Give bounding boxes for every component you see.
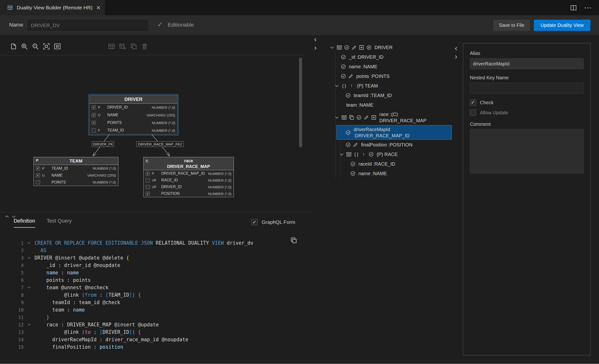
- column-name: POINTS: [107, 121, 150, 125]
- column-type: NUMBER (*,0): [152, 128, 175, 133]
- check-label: Check: [480, 100, 493, 106]
- column-checkbox[interactable]: ✓: [36, 173, 40, 177]
- tree-item-label: _id :DRIVER_ID: [349, 54, 384, 60]
- header-buttons: Save to File Update Duality View: [493, 20, 590, 31]
- zoom-out-icon[interactable]: [32, 43, 39, 50]
- code-line: 1CREATE OR REPLACE FORCE EDITIONABLE JSO…: [0, 239, 312, 247]
- tree-item[interactable]: name :NAME: [322, 169, 455, 178]
- table-row: ✓UNAMEVARCHAR2 (255): [90, 111, 177, 119]
- column-name: POINTS: [52, 180, 90, 185]
- diagram-table-driver[interactable]: DRIVER✓PDRIVER_IDNUMBER (*,0)✓UNAMEVARCH…: [89, 95, 177, 134]
- diagram-table-team[interactable]: PTEAM✓PTEAM_IDNUMBER (*,0)✓UNAMEVARCHAR2…: [34, 157, 118, 186]
- split-editor-icon[interactable]: [570, 5, 577, 11]
- tree-item-label: team :NAME: [346, 102, 373, 108]
- table-icon[interactable]: [108, 43, 115, 50]
- tree-item-label: raceId :RACE_ID: [358, 161, 395, 167]
- arrow-up-icon: ↑: [349, 83, 354, 89]
- more-actions-icon[interactable]: ⋯: [584, 5, 592, 10]
- check-checkbox[interactable]: ✓: [470, 99, 476, 106]
- check-circle-icon: [356, 115, 362, 120]
- tree-item[interactable]: { }↑(P) TEAM: [322, 81, 455, 91]
- tree-item[interactable]: points :POINTS: [322, 71, 455, 81]
- tree-item[interactable]: _id :DRIVER_ID: [322, 52, 455, 62]
- tree-item[interactable]: race :(C)DRIVER_RACE_MAP: [322, 110, 455, 125]
- column-key: P: [98, 106, 105, 109]
- code-line: 15 finalPosition : position: [0, 343, 312, 351]
- fold-chevron-icon[interactable]: [24, 256, 35, 260]
- line-number: 2: [0, 248, 24, 253]
- diagram-expand-right-icon[interactable]: ›: [314, 44, 317, 51]
- column-checkbox[interactable]: ✓: [146, 192, 150, 196]
- fold-chevron-icon[interactable]: [24, 241, 35, 245]
- graphql-form-checkbox[interactable]: ✓: [251, 219, 258, 225]
- update-duality-view-button[interactable]: Update Duality View: [534, 20, 590, 31]
- column-key: P: [42, 167, 49, 170]
- column-name: NAME: [107, 113, 144, 117]
- save-to-file-button[interactable]: Save to File: [493, 20, 530, 31]
- chevron-down-icon[interactable]: [329, 45, 335, 50]
- plus-square-icon: [359, 44, 364, 50]
- tab-title: Duality View Builder (Remote HR): [17, 5, 92, 10]
- view-name-input[interactable]: [27, 19, 149, 32]
- tab-definition[interactable]: Definition: [14, 218, 35, 228]
- column-checkbox[interactable]: ✓: [92, 113, 96, 117]
- tree-item[interactable]: driverRaceMapId:DRIVER_RACE_MAP_ID: [322, 125, 455, 140]
- tree-item[interactable]: DRIVER: [322, 43, 455, 52]
- tree-item[interactable]: name :NAME: [322, 62, 455, 71]
- allow-update-checkbox[interactable]: [470, 109, 476, 116]
- table-header: CraceDRIVER_RACE_MAP: [143, 157, 234, 170]
- column-checkbox[interactable]: [36, 180, 40, 184]
- trash-icon[interactable]: [141, 43, 148, 50]
- tab-test-query[interactable]: Test Query: [47, 218, 72, 227]
- tree-item[interactable]: teamId :TEAM_ID: [322, 91, 455, 100]
- editor-actions: ⋯: [570, 0, 599, 15]
- column-checkbox[interactable]: ✓: [92, 106, 96, 109]
- tree-item[interactable]: { }↑(P) RACE: [322, 150, 455, 159]
- code-line: 12 race : DRIVER_RACE_MAP @insert @updat…: [0, 321, 312, 328]
- column-checkbox[interactable]: [92, 128, 96, 133]
- properties-collapse-left-icon[interactable]: ‹: [455, 44, 458, 52]
- code-line: 13 @link (to : [DRIVER_ID]) {: [0, 328, 312, 336]
- diagram-canvas[interactable]: DRIVER_FK DRIVER_RACE_MAP_FK2 DRIVER✓PDR…: [0, 55, 306, 212]
- code-line: 5 name : name: [0, 269, 312, 276]
- add-table-icon[interactable]: [119, 43, 126, 50]
- diagram-table-race_map[interactable]: CraceDRIVER_RACE_MAP✓PDRIVER_RACE_MAP_ID…: [143, 157, 234, 197]
- tree-item[interactable]: team :NAME: [322, 100, 455, 110]
- code-editor[interactable]: 1CREATE OR REPLACE FORCE EDITIONABLE JSO…: [0, 235, 312, 364]
- check-circle-icon: [350, 161, 356, 167]
- diagram-collapse-left-icon[interactable]: ‹: [314, 36, 317, 43]
- chevron-down-icon[interactable]: [339, 152, 344, 157]
- code-line: 2 AS: [0, 247, 312, 254]
- chevron-down-icon[interactable]: [334, 115, 340, 120]
- pencil-icon: [348, 73, 354, 79]
- tree-item[interactable]: raceId :RACE_ID: [322, 159, 455, 169]
- properties-expand-right-icon[interactable]: ›: [455, 53, 458, 60]
- line-number: 7: [0, 285, 24, 290]
- fold-chevron-icon[interactable]: [24, 285, 35, 290]
- tree-item[interactable]: finalPosition :POSITION: [322, 140, 455, 150]
- column-checkbox[interactable]: ✓: [146, 172, 150, 176]
- column-checkbox[interactable]: [146, 178, 150, 182]
- nested-key-name-label: Nested Key Name: [470, 75, 584, 80]
- column-type: NUMBER (*,0): [208, 178, 231, 182]
- line-number: 8: [0, 292, 24, 298]
- editor-tab[interactable]: Duality View Builder (Remote HR) ×: [0, 0, 106, 15]
- diagram-scrollbar-thumb[interactable]: [299, 58, 302, 147]
- duplicate-icon[interactable]: [130, 43, 137, 50]
- alias-input[interactable]: [470, 58, 584, 69]
- fold-chevron-icon[interactable]: [24, 323, 35, 327]
- tree-item-label: name :NAME: [349, 63, 377, 70]
- chevron-down-icon[interactable]: [334, 83, 340, 89]
- fit-screen-icon[interactable]: [54, 43, 61, 50]
- close-icon[interactable]: ×: [96, 5, 101, 11]
- export-image-icon[interactable]: [9, 43, 17, 50]
- nested-key-name-input[interactable]: [470, 83, 584, 94]
- zoom-fit-icon[interactable]: [43, 43, 50, 50]
- column-checkbox[interactable]: ✓: [92, 121, 96, 125]
- column-checkbox[interactable]: ✓: [36, 166, 40, 170]
- comment-textarea[interactable]: [470, 129, 584, 174]
- copy-icon[interactable]: [290, 237, 297, 244]
- zoom-in-icon[interactable]: [21, 43, 28, 50]
- column-checkbox[interactable]: [146, 185, 150, 189]
- braces-icon: { }: [341, 83, 347, 89]
